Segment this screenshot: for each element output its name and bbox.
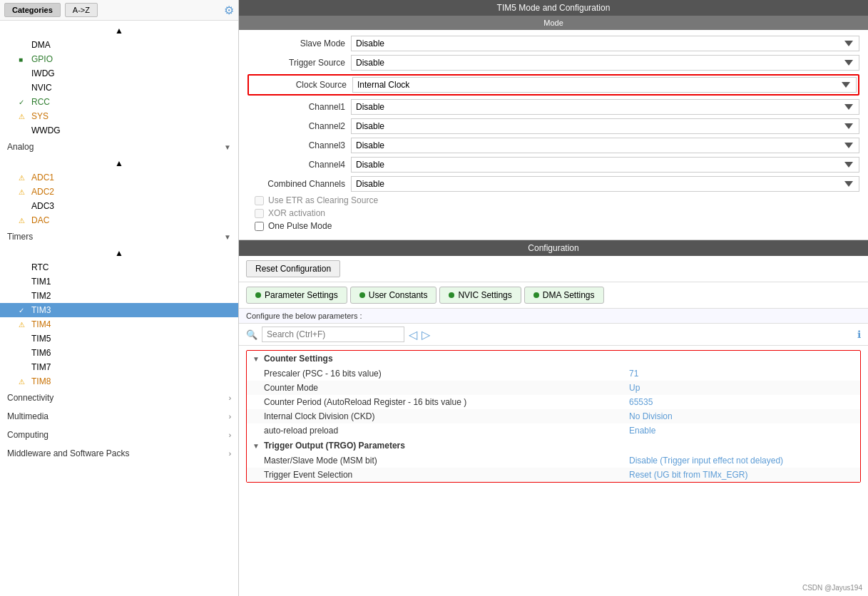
gpio-label: GPIO [31,54,53,64]
mode-section-bar: Mode [239,16,868,30]
tab-az[interactable]: A->Z [65,3,98,17]
connectivity-section-header[interactable]: Connectivity › [0,389,238,407]
counter-period-name: Counter Period (AutoReload Register - 16… [264,397,629,407]
channel1-select[interactable]: Disable [351,99,859,115]
iwdg-label: IWDG [31,68,55,78]
clock-source-row: Clock Source Internal Clock [247,74,859,96]
prescaler-value[interactable]: 71 [629,369,843,379]
adc3-label: ADC3 [31,201,54,211]
sidebar-item-adc3[interactable]: ADC3 [0,199,238,213]
channel3-select[interactable]: Disable [351,138,859,153]
msm-value[interactable]: Disable (Trigger input effect not delaye… [629,456,843,466]
xor-checkbox[interactable] [255,209,264,218]
tim2-label: TIM2 [31,291,51,301]
use-etr-checkbox[interactable] [255,196,264,205]
middleware-section-header[interactable]: Middleware and Software Packs › [0,444,238,463]
counter-period-value[interactable]: 65535 [629,397,843,407]
counter-settings-title: Counter Settings [264,354,333,364]
channel4-select[interactable]: Disable [351,157,859,173]
combined-channels-select[interactable]: Disable [351,176,859,192]
sidebar-item-adc1[interactable]: ⚠ ADC1 [0,170,238,185]
sidebar-item-iwdg[interactable]: IWDG [0,66,238,81]
channel3-row: Channel3 Disable [247,138,859,153]
tab-categories[interactable]: Categories [4,3,61,17]
param-row-ckd: Internal Clock Division (CKD) No Divisio… [247,409,860,423]
reset-config-button[interactable]: Reset Configuration [246,260,340,277]
sidebar-item-tim8[interactable]: ⚠ TIM8 [0,374,238,389]
tab-dma-settings[interactable]: DMA Settings [524,287,604,304]
scroll-up-timers[interactable]: ▲ [0,246,238,260]
sidebar-item-tim1[interactable]: TIM1 [0,274,238,289]
timers-section-header[interactable]: Timers ▼ [0,227,238,246]
rtc-label: RTC [31,262,48,272]
sidebar-item-adc2[interactable]: ⚠ ADC2 [0,185,238,199]
config-panel: Configuration Reset Configuration Parame… [239,240,868,596]
dma-label: DMA [31,40,51,50]
tab-parameter-settings[interactable]: Parameter Settings [246,287,347,304]
analog-section-header[interactable]: Analog ▼ [0,138,238,156]
counter-arrow: ▼ [252,355,260,363]
connectivity-label: Connectivity [7,393,53,403]
scroll-up-analog[interactable]: ▲ [0,156,238,170]
use-etr-label: Use ETR as Clearing Source [268,195,378,205]
mode-panel: TIM5 Mode and Configuration Mode Slave M… [239,0,868,240]
trigger-settings-header[interactable]: ▼ Trigger Output (TRGO) Parameters [247,438,860,453]
mode-content: Slave Mode Disable Trigger Source Disabl… [239,30,868,240]
one-pulse-checkbox[interactable] [255,222,264,231]
tim7-label: TIM7 [31,362,51,372]
computing-label: Computing [7,430,48,440]
sidebar-content: ▲ DMA ■ GPIO IWDG NVIC ✓ RCC ⚠ SYS WWDG [0,21,238,596]
config-toolbar: Reset Configuration [239,256,868,282]
autoreload-value[interactable]: Enable [629,426,843,436]
sidebar-item-rtc[interactable]: RTC [0,260,238,274]
sidebar-item-tim5[interactable]: TIM5 [0,332,238,346]
sidebar-item-rcc[interactable]: ✓ RCC [0,95,238,109]
counter-settings-header[interactable]: ▼ Counter Settings [247,351,860,366]
tab-user-constants[interactable]: User Constants [350,287,437,304]
trigger-event-value[interactable]: Reset (UG bit from TIMx_EGR) [629,470,843,480]
sidebar-item-wwdg[interactable]: WWDG [0,123,238,138]
combined-channels-row: Combined Channels Disable [247,176,859,192]
channel2-select[interactable]: Disable [351,118,859,134]
middleware-chevron: › [229,450,231,458]
counter-mode-value[interactable]: Up [629,383,843,393]
channel4-row: Channel4 Disable [247,157,859,173]
trigger-source-select[interactable]: Disable [351,55,859,71]
counter-settings-box: ▼ Counter Settings Prescaler (PSC - 16 b… [246,350,861,483]
search-input[interactable] [262,327,404,342]
trigger-event-name: Trigger Event Selection [264,470,629,480]
sidebar-item-dac[interactable]: ⚠ DAC [0,213,238,227]
sidebar-item-tim7[interactable]: TIM7 [0,360,238,374]
sidebar-item-gpio[interactable]: ■ GPIO [0,52,238,66]
user-tab-dot [359,292,365,298]
computing-section-header[interactable]: Computing › [0,426,238,444]
slave-mode-select[interactable]: Disable [351,36,859,51]
tim4-label: TIM4 [31,319,51,329]
sidebar-item-dma[interactable]: DMA [0,38,238,52]
clock-source-select[interactable]: Internal Clock [352,77,857,93]
sidebar-item-tim4[interactable]: ⚠ TIM4 [0,317,238,332]
param-row-counter-period: Counter Period (AutoReload Register - 16… [247,395,860,409]
nav-next-icon[interactable]: ▷ [422,328,430,341]
sidebar-item-tim6[interactable]: TIM6 [0,346,238,360]
sidebar-item-tim2[interactable]: TIM2 [0,289,238,303]
user-tab-label: User Constants [369,290,428,300]
ckd-value[interactable]: No Division [629,411,843,421]
tab-nvic-settings[interactable]: NVIC Settings [439,287,521,304]
sidebar-item-tim3[interactable]: ✓ TIM3 [0,303,238,317]
scroll-up-system[interactable]: ▲ [0,24,238,38]
sidebar-item-sys[interactable]: ⚠ SYS [0,109,238,123]
search-icon: 🔍 [246,329,257,340]
dac-warn-icon: ⚠ [19,217,29,225]
msm-name: Master/Slave Mode (MSM bit) [264,456,629,466]
middleware-label: Middleware and Software Packs [7,448,129,458]
dac-label: DAC [31,215,49,225]
settings-icon[interactable]: ⚙ [224,4,234,17]
nav-prev-icon[interactable]: ◁ [409,328,417,341]
combined-channels-label: Combined Channels [247,179,351,189]
multimedia-section-header[interactable]: Multimedia › [0,407,238,426]
main-panel: TIM5 Mode and Configuration Mode Slave M… [239,0,868,596]
sidebar-item-nvic[interactable]: NVIC [0,81,238,95]
param-row-msm: Master/Slave Mode (MSM bit) Disable (Tri… [247,453,860,468]
adc1-warn-icon: ⚠ [19,174,29,182]
